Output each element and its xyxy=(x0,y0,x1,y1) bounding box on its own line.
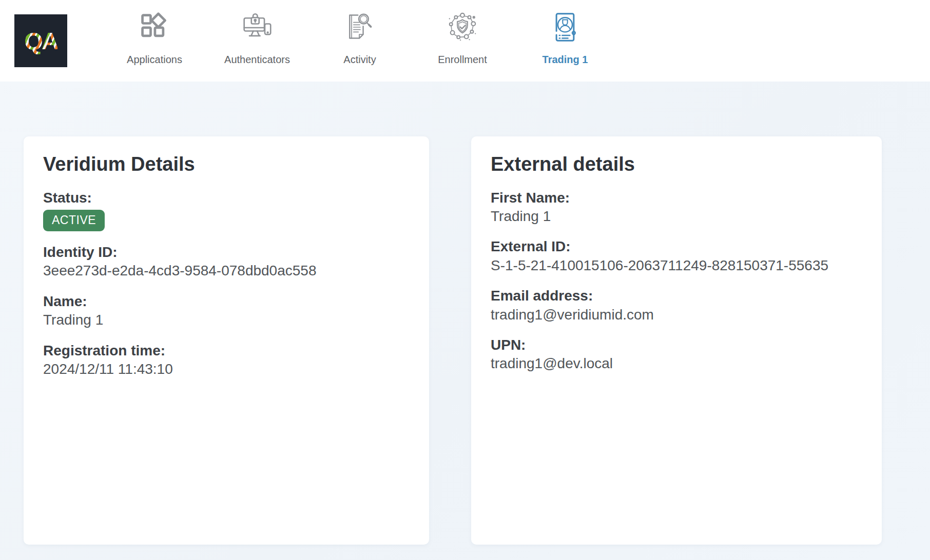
field-label: Registration time: xyxy=(43,342,410,360)
status-badge: ACTIVE xyxy=(43,210,105,231)
nav-label: Applications xyxy=(127,54,182,66)
field-value: Trading 1 xyxy=(491,207,862,226)
field-identity-id: Identity ID: 3eee273d-e2da-4cd3-9584-078… xyxy=(43,243,410,281)
field-registration-time: Registration time: 2024/12/11 11:43:10 xyxy=(43,342,410,379)
profile-card-icon xyxy=(549,11,582,44)
nav-label: Activity xyxy=(343,54,376,66)
veridium-details-card: Veridium Details Status: ACTIVE Identity… xyxy=(24,136,429,545)
top-navbar: QA Applications xyxy=(0,0,930,82)
field-value: 3eee273d-e2da-4cd3-9584-078dbd0ac558 xyxy=(43,262,410,280)
brand-logo-text: QA xyxy=(24,27,57,55)
nav-label: Authenticators xyxy=(224,54,290,66)
field-name: Name: Trading 1 xyxy=(43,292,410,330)
document-search-icon xyxy=(343,11,376,44)
nav-label: Enrollment xyxy=(438,54,487,66)
field-external-id: External ID: S-1-5-21-410015106-20637112… xyxy=(491,237,862,275)
external-card-title: External details xyxy=(491,153,862,176)
field-label: Email address: xyxy=(491,287,862,305)
field-label: Status: xyxy=(43,189,410,207)
field-first-name: First Name: Trading 1 xyxy=(491,189,862,226)
field-label: External ID: xyxy=(491,237,862,256)
field-value: trading1@veridiumid.com xyxy=(491,306,862,324)
nav-item-trading-1[interactable]: Trading 1 xyxy=(514,0,616,82)
nav-item-authenticators[interactable]: Authenticators xyxy=(206,0,308,82)
field-upn: UPN: trading1@dev.local xyxy=(491,336,862,373)
nav-item-applications[interactable]: Applications xyxy=(103,0,206,82)
field-value: S-1-5-21-410015106-2063711249-828150371-… xyxy=(491,256,862,275)
nav-item-activity[interactable]: Activity xyxy=(308,0,411,82)
field-label: First Name: xyxy=(491,189,862,207)
nav-label: Trading 1 xyxy=(542,54,588,66)
nav-item-enrollment[interactable]: Enrollment xyxy=(411,0,514,82)
shield-network-icon xyxy=(446,11,479,44)
main-nav: Applications Authenticators xyxy=(103,0,616,82)
field-value: Trading 1 xyxy=(43,311,410,329)
apps-grid-icon xyxy=(138,11,171,44)
brand-logo[interactable]: QA xyxy=(14,14,67,67)
field-status: Status: ACTIVE xyxy=(43,189,410,231)
monitor-lock-icon xyxy=(241,11,274,44)
veridium-card-title: Veridium Details xyxy=(43,153,410,176)
field-email-address: Email address: trading1@veridiumid.com xyxy=(491,287,862,324)
field-label: Name: xyxy=(43,292,410,311)
field-label: Identity ID: xyxy=(43,243,410,262)
field-value: trading1@dev.local xyxy=(491,354,862,373)
field-label: UPN: xyxy=(491,336,862,354)
field-value: 2024/12/11 11:43:10 xyxy=(43,360,410,378)
main-content: Veridium Details Status: ACTIVE Identity… xyxy=(0,82,930,560)
external-details-card: External details First Name: Trading 1 E… xyxy=(471,136,882,545)
